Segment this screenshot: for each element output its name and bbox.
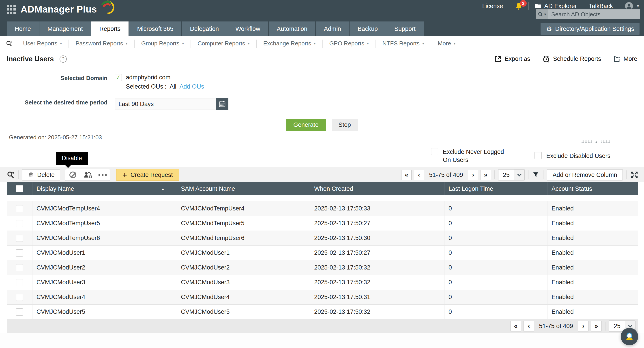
cell-account-status: Enabled [548, 290, 638, 304]
support-chat-button[interactable] [621, 328, 638, 345]
caret-down-icon: ▾ [454, 41, 456, 46]
tab-reports[interactable]: Reports [91, 21, 129, 36]
tab-workflow[interactable]: Workflow [227, 21, 268, 36]
menu-gpo-reports[interactable]: GPO Reports▾ [323, 40, 376, 47]
table-row[interactable]: CVMJCModTempUser6 CVMJCModTempUser6 2025… [7, 231, 638, 246]
cell-last-logon: 0 [444, 231, 548, 245]
table-row[interactable]: CVMJCModTempUser4 CVMJCModTempUser4 2025… [7, 201, 638, 216]
menu-user-reports[interactable]: User Reports▾ [16, 40, 68, 47]
exclude-disabled-filter[interactable]: Exclude Disabled Users [534, 152, 610, 160]
next-page-button[interactable]: › [468, 170, 478, 180]
cell-last-logon: 0 [444, 290, 548, 304]
column-sam-account[interactable]: SAM Account Name [177, 182, 310, 195]
tab-home[interactable]: Home [7, 21, 39, 36]
tab-backup[interactable]: Backup [350, 21, 386, 36]
collapse-panel-handle[interactable]: ▲ [577, 139, 615, 145]
help-icon[interactable]: ? [60, 55, 67, 63]
column-account-status[interactable]: Account Status [548, 182, 638, 195]
collapse-up-icon: ▲ [595, 140, 598, 143]
prev-page-button[interactable]: ‹ [523, 321, 534, 332]
add-remove-column-button[interactable]: Add or Remove Column [547, 169, 623, 180]
select-all-checkbox[interactable] [16, 185, 23, 192]
tab-delegation[interactable]: Delegation [182, 21, 227, 36]
tab-automation[interactable]: Automation [269, 21, 316, 36]
page-range: 51-75 of 409 [539, 323, 573, 330]
table-row[interactable]: CVMJCModUser1 CVMJCModUser1 2025-02-13 1… [7, 246, 638, 260]
caret-down-icon: ▾ [126, 41, 128, 46]
menu-computer-reports[interactable]: Computer Reports▾ [191, 40, 256, 47]
table-search-icon[interactable] [7, 171, 15, 179]
cell-sam-account: CVMJCModUser4 [177, 290, 310, 304]
table-row[interactable]: CVMJCModTempUser5 CVMJCModTempUser5 2025… [7, 216, 638, 231]
table-row[interactable]: CVMJCModUser4 CVMJCModUser4 2025-02-13 1… [7, 290, 638, 305]
export-as-button[interactable]: Export as [494, 55, 530, 63]
global-search[interactable]: ▾ [536, 9, 640, 19]
row-checkbox[interactable] [16, 220, 23, 227]
table-row[interactable]: CVMJCModTempUser3 CVMJCModTempUser3 2025… [7, 195, 638, 201]
time-period-input[interactable] [115, 98, 216, 110]
menu-group-reports[interactable]: Group Reports▾ [134, 40, 191, 47]
account-menu[interactable]: ▼ [625, 2, 640, 10]
first-page-button[interactable]: « [510, 321, 521, 332]
directory-settings-button[interactable]: ⚙ Directory/Application Settings [540, 23, 640, 35]
menu-more-reports[interactable]: More▾ [431, 40, 462, 47]
domain-checkbox[interactable]: ✓ [115, 74, 122, 81]
ad-explorer-link[interactable]: AD Explorer [534, 2, 577, 10]
more-options-button[interactable] [95, 169, 110, 180]
create-request-button[interactable]: + Create Request [116, 169, 179, 181]
row-checkbox[interactable] [16, 249, 23, 257]
table-row[interactable]: CVMJCModUser5 CVMJCModUser5 2025-02-13 1… [7, 305, 638, 319]
expand-table-button[interactable] [630, 171, 639, 179]
tab-microsoft365[interactable]: Microsoft 365 [129, 21, 182, 36]
last-page-button[interactable]: » [591, 321, 602, 332]
search-input[interactable] [548, 9, 640, 19]
cell-sam-account: CVMJCModUser2 [177, 260, 310, 275]
tab-management[interactable]: Management [40, 21, 91, 36]
row-checkbox[interactable] [16, 279, 23, 286]
more-actions-button[interactable]: More [613, 55, 637, 63]
menu-password-reports[interactable]: Password Reports▾ [69, 40, 134, 47]
first-page-button[interactable]: « [401, 170, 412, 180]
add-ous-link[interactable]: Add OUs [180, 83, 204, 90]
row-checkbox[interactable] [16, 308, 23, 316]
cell-last-logon: 0 [444, 201, 548, 216]
app-menu-icon[interactable] [7, 5, 16, 14]
column-display-name[interactable]: Display Name▲ [32, 182, 177, 195]
row-checkbox[interactable] [16, 235, 23, 242]
table-row[interactable]: CVMJCModUser2 CVMJCModUser2 2025-02-13 1… [7, 260, 638, 275]
modify-user-button[interactable] [80, 169, 95, 180]
row-checkbox[interactable] [16, 294, 23, 301]
table-body: CVMJCModTempUser3 CVMJCModTempUser3 2025… [7, 195, 638, 319]
calendar-button[interactable] [216, 98, 228, 110]
page-size-select[interactable]: 25 [498, 169, 525, 180]
talkback-link[interactable]: TalkBack [589, 3, 613, 10]
column-when-created[interactable]: When Created [310, 182, 444, 195]
last-page-button[interactable]: » [480, 170, 491, 180]
table-row[interactable]: CVMJCModUser3 CVMJCModUser3 2025-02-13 1… [7, 275, 638, 290]
stop-button[interactable]: Stop [332, 119, 358, 131]
filter-button[interactable] [532, 171, 540, 179]
prev-page-button[interactable]: ‹ [414, 170, 424, 180]
menu-exchange-reports[interactable]: Exchange Reports▾ [256, 40, 322, 47]
search-icon[interactable]: ▾ [536, 9, 548, 19]
menu-ntfs-reports[interactable]: NTFS Reports▾ [376, 40, 431, 47]
next-page-button[interactable]: › [578, 321, 589, 332]
tab-admin[interactable]: Admin [316, 21, 349, 36]
schedule-reports-button[interactable]: Schedule Reports [542, 55, 601, 63]
cell-when-created: 2025-02-13 17:50:32 [310, 305, 444, 319]
column-last-logon[interactable]: Last Logon Time [444, 182, 548, 195]
exclude-never-logged-filter[interactable]: Exclude Never Logged On Users [431, 148, 508, 164]
row-checkbox[interactable] [16, 205, 23, 212]
grid-toolbar: Delete + Create Request « ‹ [0, 168, 644, 182]
exclude-never-logged-checkbox[interactable] [431, 148, 438, 155]
exclude-disabled-checkbox[interactable] [534, 152, 542, 159]
row-checkbox[interactable] [16, 264, 23, 271]
notifications-button[interactable]: 2 [515, 2, 523, 10]
tab-support[interactable]: Support [386, 21, 424, 36]
report-search-icon[interactable] [2, 40, 16, 47]
license-link[interactable]: License [482, 3, 503, 10]
generate-button[interactable]: Generate [286, 119, 326, 131]
exclude-never-logged-label: Exclude Never Logged On Users [443, 148, 508, 164]
caret-down-icon: ▾ [544, 12, 546, 17]
delete-button[interactable]: Delete [22, 169, 60, 180]
